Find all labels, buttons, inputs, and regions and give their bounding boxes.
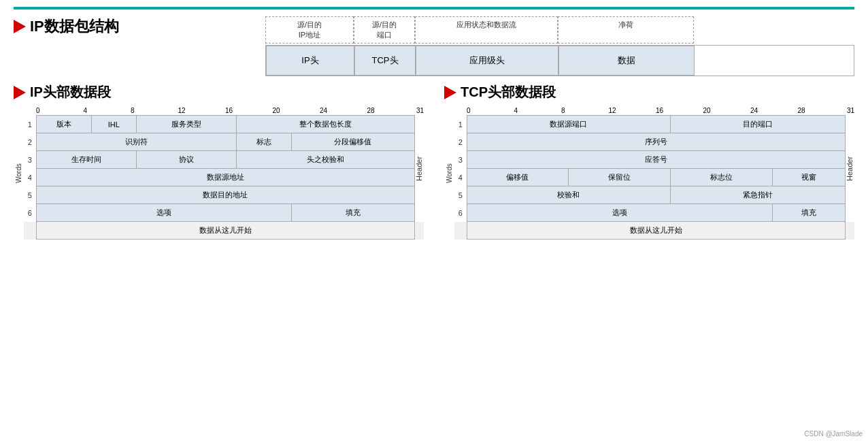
num-20: 20 (273, 107, 320, 114)
num-12: 12 (178, 107, 226, 114)
ip-row-3: 3 生存时间 协议 头之校验和 (24, 151, 424, 169)
cell-tcp-header: TCP头 (354, 46, 416, 76)
tcp-cell-checksum: 校验和 (467, 186, 671, 204)
ip-header-wrapper: Words 0 4 8 12 16 20 24 28 31 (14, 107, 424, 240)
tcp-cell-options: 选项 (467, 204, 773, 222)
tcp-cell-padding: 填充 (773, 204, 845, 222)
ip-header-label: Header (414, 116, 424, 222)
tcp-row-num-2: 2 (454, 133, 467, 151)
tcp-row-6: 6 选项 填充 (454, 204, 854, 222)
tcp-num-28: 28 (798, 107, 846, 114)
tcp-row-2: 2 序列号 (454, 133, 854, 151)
tcp-cell-src-port: 数据源端口 (467, 116, 671, 133)
ip-header-title: IP头部数据段 (14, 83, 424, 101)
num-16: 16 (225, 107, 273, 114)
tcp-row-num-data (454, 222, 467, 240)
row-num-3: 3 (24, 151, 36, 169)
watermark: CSDN @JamSlade (804, 430, 863, 438)
cell-ip-header: IP头 (266, 46, 354, 76)
cell-identifier: 识别符 (36, 133, 237, 151)
tcp-num-20: 20 (703, 107, 751, 114)
tcp-row-num-6: 6 (454, 204, 467, 222)
cell-data: 数据 (558, 46, 695, 76)
tcp-row-num-4: 4 (454, 169, 467, 186)
ip-words-label: Words (14, 107, 24, 240)
tcp-row-4: 4 偏移值 保留位 标志位 视窗 (454, 169, 854, 186)
ip-grid: 0 4 8 12 16 20 24 28 31 (24, 107, 424, 240)
tcp-row-num-5: 5 (454, 186, 467, 204)
tcp-row-num-1: 1 (454, 116, 467, 133)
row-num-4: 4 (24, 169, 36, 186)
tcp-cell-urgent: 紧急指针 (671, 186, 845, 204)
ip-data-row: 数据从这儿开始 (24, 222, 424, 240)
tcp-row-5: 5 校验和 紧急指针 (454, 186, 854, 204)
cell-checksum: 头之校验和 (237, 151, 414, 169)
cell-ihl: IHL (91, 116, 136, 133)
ip-row-2: 2 识别符 标志 分段偏移值 (24, 133, 424, 151)
tcp-cell-window: 视窗 (773, 169, 845, 186)
ip-row-1: 1 版本 IHL 服务类型 整个数据包长度 Header (24, 116, 424, 133)
cell-padding: 填充 (292, 204, 414, 222)
ip-header-section: IP头部数据段 Words 0 4 8 12 16 20 24 28 31 (14, 83, 424, 240)
tcp-cell-flags: 标志位 (671, 169, 773, 186)
tcp-num-31: 31 (845, 107, 854, 114)
tcp-cell-dst-port: 目的端口 (671, 116, 845, 133)
tcp-header-label: Header (845, 116, 854, 222)
top-border (14, 7, 854, 10)
label-src-dst-port: 源/目的端口 (354, 16, 415, 44)
num-24: 24 (320, 107, 367, 114)
cell-flags: 标志 (237, 133, 292, 151)
tcp-cell-offset: 偏移值 (467, 169, 569, 186)
ip-num-row: 0 4 8 12 16 20 24 28 31 (36, 107, 424, 114)
tcp-cell-data-start: 数据从这儿开始 (467, 222, 845, 240)
tcp-table: 1 数据源端口 目的端口 Header 2 序列号 3 应答号 (454, 115, 854, 240)
tcp-num-0: 0 (467, 107, 514, 114)
tcp-data-row: 数据从这儿开始 (454, 222, 854, 240)
cell-version: 版本 (36, 116, 91, 133)
row-num-1: 1 (24, 116, 36, 133)
row-num-2: 2 (24, 133, 36, 151)
tcp-header-wrapper: Words 0 4 8 12 16 20 24 28 31 (444, 107, 854, 240)
diagrams-row: IP头部数据段 Words 0 4 8 12 16 20 24 28 31 (14, 83, 854, 240)
tcp-grid: 0 4 8 12 16 20 24 28 31 (454, 107, 854, 240)
ip-row-6: 6 选项 填充 (24, 204, 424, 222)
label-app-state: 应用状态和数据流 (415, 16, 558, 44)
tcp-row-3: 3 应答号 (454, 151, 854, 169)
top-section: IP数据包结构 源/目的IP地址 源/目的端口 应用状态和数据流 净荷 IP头 … (14, 16, 854, 76)
cell-dst-addr: 数据目的地址 (36, 186, 414, 204)
ip-row-5: 5 数据目的地址 (24, 186, 424, 204)
tcp-words-label: Words (444, 107, 454, 240)
label-payload: 净荷 (558, 16, 694, 44)
arrow-icon (14, 20, 26, 33)
cell-app-header: 应用级头 (416, 46, 558, 76)
tcp-cell-ack: 应答号 (467, 151, 845, 169)
cell-data-start: 数据从这儿开始 (36, 222, 414, 240)
cell-service-type: 服务类型 (137, 116, 237, 133)
cell-total-length: 整个数据包长度 (237, 116, 414, 133)
row-num-5: 5 (24, 186, 36, 204)
cell-options: 选项 (36, 204, 292, 222)
packet-cell-row: IP头 TCP头 应用级头 数据 (265, 45, 854, 76)
tcp-num-8: 8 (561, 107, 609, 114)
label-src-dst-ip: 源/目的IP地址 (265, 16, 354, 44)
tcp-num-24: 24 (750, 107, 798, 114)
tcp-row-1: 1 数据源端口 目的端口 Header (454, 116, 854, 133)
num-4: 4 (84, 107, 131, 114)
ip-packet-diagram: 源/目的IP地址 源/目的端口 应用状态和数据流 净荷 IP头 TCP头 应用级… (265, 16, 854, 76)
ip-table: 1 版本 IHL 服务类型 整个数据包长度 Header 2 识别符 标志 分段… (24, 115, 424, 240)
ip-row-4: 4 数据源地址 (24, 169, 424, 186)
tcp-cell-seq: 序列号 (467, 133, 845, 151)
cell-ttl: 生存时间 (36, 151, 137, 169)
tcp-header-title: TCP头部数据段 (444, 83, 854, 101)
tcp-num-row: 0 4 8 12 16 20 24 28 31 (467, 107, 854, 114)
cell-fragment-offset: 分段偏移值 (292, 133, 414, 151)
tcp-cell-reserved: 保留位 (569, 169, 671, 186)
ip-packet-title-area: IP数据包结构 (14, 16, 265, 42)
row-num-6: 6 (24, 204, 36, 222)
num-28: 28 (367, 107, 415, 114)
tcp-row-num-3: 3 (454, 151, 467, 169)
num-0: 0 (36, 107, 84, 114)
row-num-data (24, 222, 36, 240)
arrow-icon-3 (444, 86, 456, 99)
tcp-num-16: 16 (656, 107, 703, 114)
